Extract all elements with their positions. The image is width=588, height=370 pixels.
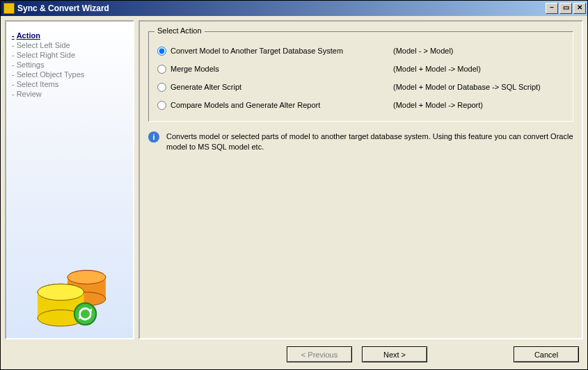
- radio-label: Merge Models: [170, 65, 393, 73]
- nav-item-settings[interactable]: -Settings: [12, 61, 127, 69]
- nav-item-select-right-side[interactable]: -Select Right Side: [12, 51, 127, 59]
- radio-desc: (Model + Model -> Model): [393, 65, 481, 73]
- nav-item-select-items[interactable]: -Select Items: [12, 80, 127, 88]
- radio-merge[interactable]: [157, 65, 166, 74]
- radio-desc: (Model + Model -> Report): [393, 101, 483, 109]
- radio-row-merge[interactable]: Merge Models (Model + Model -> Model): [156, 60, 566, 78]
- wizard-image: [6, 256, 133, 332]
- radio-desc: (Model + Model or Database -> SQL Script…: [393, 83, 541, 91]
- button-row: < Previous Next > Cancel: [5, 339, 583, 365]
- info-text: Converts model or selected parts of mode…: [166, 131, 573, 152]
- next-button[interactable]: Next >: [362, 346, 427, 362]
- maximize-button[interactable]: ▭: [559, 3, 572, 14]
- svg-point-3: [67, 271, 106, 284]
- svg-point-8: [74, 303, 96, 325]
- nav-panel: -Action -Select Left Side -Select Right …: [5, 20, 134, 339]
- nav-item-label: Settings: [17, 61, 45, 69]
- radio-compare-report[interactable]: [157, 101, 166, 110]
- nav-item-label: Action: [17, 31, 40, 40]
- nav-item-label: Select Object Types: [17, 70, 85, 79]
- nav-item-select-object-types[interactable]: -Select Object Types: [12, 70, 127, 79]
- content-panel: Select Action Convert Model to Another T…: [138, 20, 583, 339]
- radio-row-compare-report[interactable]: Compare Models and Generate Alter Report…: [156, 96, 566, 114]
- body-area: -Action -Select Left Side -Select Right …: [1, 16, 587, 369]
- previous-button: < Previous: [287, 346, 352, 362]
- radio-alter-script[interactable]: [157, 83, 166, 92]
- groupbox-legend: Select Action: [154, 26, 205, 35]
- radio-label: Convert Model to Another Target Database…: [170, 47, 393, 55]
- nav-item-action[interactable]: -Action: [12, 31, 127, 40]
- nav-item-label: Select Items: [17, 80, 59, 88]
- minimize-button[interactable]: –: [546, 3, 558, 14]
- info-icon: i: [148, 131, 159, 143]
- wizard-window: Sync & Convert Wizard – ▭ ✕ -Action -Sel…: [0, 0, 588, 370]
- radio-row-convert[interactable]: Convert Model to Another Target Database…: [156, 42, 566, 60]
- radio-label: Generate Alter Script: [170, 83, 393, 91]
- radio-row-alter-script[interactable]: Generate Alter Script (Model + Model or …: [156, 78, 566, 96]
- nav-item-review[interactable]: -Review: [12, 90, 127, 98]
- nav-item-label: Select Right Side: [17, 51, 75, 59]
- radio-desc: (Model - > Model): [393, 47, 454, 55]
- window-controls: – ▭ ✕: [546, 3, 587, 14]
- radio-label: Compare Models and Generate Alter Report: [170, 101, 393, 109]
- nav-item-label: Select Left Side: [17, 41, 70, 49]
- app-icon: [3, 3, 15, 14]
- window-title: Sync & Convert Wizard: [17, 3, 546, 13]
- radio-convert[interactable]: [157, 47, 166, 56]
- main-row: -Action -Select Left Side -Select Right …: [5, 20, 583, 339]
- nav-item-select-left-side[interactable]: -Select Left Side: [12, 41, 127, 49]
- cancel-button[interactable]: Cancel: [514, 346, 579, 362]
- info-row: i Converts model or selected parts of mo…: [148, 131, 573, 152]
- titlebar: Sync & Convert Wizard – ▭ ✕: [1, 1, 587, 16]
- nav-item-label: Review: [17, 90, 42, 98]
- close-button[interactable]: ✕: [573, 3, 586, 14]
- svg-point-7: [38, 284, 84, 300]
- select-action-groupbox: Select Action Convert Model to Another T…: [148, 31, 573, 122]
